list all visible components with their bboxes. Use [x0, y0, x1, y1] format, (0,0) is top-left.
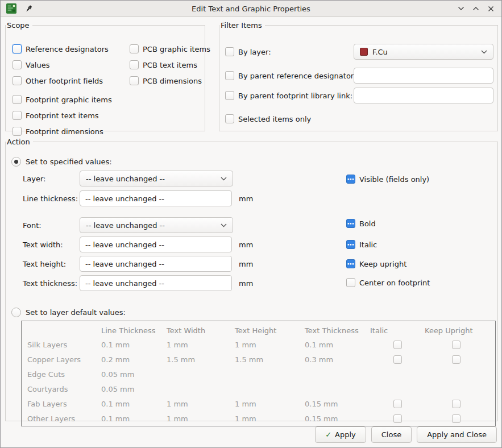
text-height-unit: mm	[239, 258, 253, 269]
action-legend: Action	[6, 138, 33, 146]
table-header-row: Line Thickness Text Width Text Height Te…	[27, 323, 495, 337]
keep-upright-checkbox[interactable]	[452, 355, 460, 364]
checkbox-footprint-graphic-items[interactable]: Footprint graphic items	[13, 94, 112, 105]
checkbox-footprint-text-items[interactable]: Footprint text items	[13, 110, 99, 121]
text-width-value: 1 mm	[167, 341, 235, 349]
line-thickness-value: 0.1 mm	[101, 400, 167, 408]
text-height-value: 1 mm	[235, 414, 305, 423]
table-row-copper-layers: Copper Layers 0.2 mm 1.5 mm 1.5 mm 0.3 m…	[27, 352, 495, 367]
table-row-edge-cuts: Edge Cuts 0.05 mm	[27, 367, 495, 381]
checkbox-by-parent-reference[interactable]: By parent reference designator:	[225, 70, 356, 81]
close-icon[interactable]	[486, 3, 496, 14]
text-width-value: 1 mm	[167, 414, 235, 423]
pin-icon[interactable]	[23, 3, 34, 14]
scope-legend: Scope	[6, 21, 32, 30]
col-header-keep-upright: Keep Upright	[425, 326, 487, 335]
layer-select[interactable]: -- leave unchanged --	[80, 171, 233, 186]
text-height-value: 1 mm	[235, 400, 305, 408]
font-select[interactable]: -- leave unchanged --	[80, 217, 233, 233]
checkbox-selected-items-only[interactable]: Selected items only	[225, 113, 311, 125]
checkbox-footprint-dimensions[interactable]: Footprint dimensions	[13, 126, 103, 137]
checkbox-label: By parent footprint library link:	[238, 92, 352, 100]
layer-select-value: -- leave unchanged --	[86, 175, 216, 183]
keep-upright-checkbox[interactable]	[452, 400, 460, 408]
chevron-up-icon[interactable]	[471, 3, 481, 14]
checkbox-values[interactable]: Values	[13, 59, 49, 70]
row-label: Edge Cuts	[27, 370, 101, 379]
apply-button[interactable]: ✓ Apply	[315, 426, 366, 443]
checkbox-other-footprint-fields[interactable]: Other footprint fields	[13, 75, 103, 86]
checkbox-pcb-text-items[interactable]: PCB text items	[130, 59, 197, 70]
close-button[interactable]: Close	[371, 426, 412, 443]
toggle-italic[interactable]: ⋯ Italic	[346, 239, 377, 250]
dialog-edit-text-graphic-properties: Edit Text and Graphic Properties Scope R…	[0, 0, 502, 448]
checkbox-label: Center on footprint	[359, 279, 430, 287]
text-width-input[interactable]	[80, 237, 232, 252]
checkbox-label: PCB text items	[143, 61, 197, 69]
col-header-italic: Italic	[370, 326, 425, 335]
text-width-value: 1 mm	[167, 400, 235, 408]
layer-defaults-table: Line Thickness Text Width Text Height Te…	[21, 321, 496, 426]
chevron-down-icon	[481, 50, 487, 54]
text-thickness-value: 0.15 mm	[305, 400, 370, 408]
checkbox-reference-designators[interactable]: Reference designators	[13, 43, 109, 55]
italic-checkbox[interactable]	[393, 414, 402, 423]
radio-set-layer-defaults[interactable]: Set to layer default values:	[11, 306, 126, 318]
app-icon	[6, 3, 16, 14]
chevron-down-icon[interactable]	[456, 3, 466, 14]
checkbox-label: By parent reference designator:	[238, 72, 356, 80]
checkbox-icon	[130, 60, 139, 69]
text-width-label: Text width:	[23, 239, 63, 250]
parent-library-input[interactable]	[354, 88, 493, 103]
italic-checkbox[interactable]	[393, 341, 402, 349]
checkbox-by-parent-library[interactable]: By parent footprint library link:	[225, 90, 352, 101]
checkbox-pcb-graphic-items[interactable]: PCB graphic items	[130, 43, 210, 55]
checkbox-center-on-footprint[interactable]: Center on footprint	[346, 277, 430, 288]
italic-checkbox[interactable]	[393, 355, 402, 364]
text-width-unit: mm	[239, 239, 253, 250]
checkbox-pcb-dimensions[interactable]: PCB dimensions	[130, 75, 202, 86]
row-label: Silk Layers	[27, 341, 101, 349]
checkbox-label: Reference designators	[26, 45, 109, 53]
text-height-input[interactable]	[80, 256, 232, 272]
radio-label: Set to layer default values:	[26, 308, 126, 317]
close-button-label: Close	[381, 430, 401, 439]
radio-icon	[11, 308, 21, 317]
filter-items-group: Filter Items By layer: F.Cu By parent re…	[219, 21, 498, 131]
checkbox-label: PCB dimensions	[143, 77, 202, 85]
toggle-visible[interactable]: ⋯ Visible (fields only)	[346, 173, 429, 185]
keep-upright-checkbox[interactable]	[452, 341, 460, 349]
checkbox-label: Footprint text items	[26, 111, 99, 120]
text-thickness-input[interactable]	[80, 275, 232, 291]
layer-combobox[interactable]: F.Cu	[354, 44, 493, 60]
text-thickness-value: 0.3 mm	[305, 355, 370, 364]
text-thickness-label: Text thickness:	[23, 277, 77, 289]
col-header-text-thickness: Text Thickness	[305, 326, 370, 335]
checkbox-icon	[13, 111, 22, 120]
line-thickness-value: 0.1 mm	[101, 414, 167, 423]
toggle-bold[interactable]: ⋯ Bold	[346, 218, 376, 229]
tristate-checkbox-icon: ⋯	[346, 240, 355, 249]
radio-set-specified-values[interactable]: Set to specified values:	[11, 156, 112, 167]
keep-upright-checkbox[interactable]	[452, 414, 460, 423]
italic-checkbox[interactable]	[393, 400, 402, 408]
table-row-fab-layers: Fab Layers 0.1 mm 1 mm 1 mm 0.15 mm	[27, 396, 495, 411]
font-select-value: -- leave unchanged --	[86, 221, 216, 230]
layer-combobox-value: F.Cu	[372, 48, 476, 56]
radio-icon	[11, 157, 21, 167]
apply-and-close-button[interactable]: Apply and Close	[417, 426, 497, 443]
window-title: Edit Text and Graphic Properties	[1, 5, 501, 13]
text-thickness-unit: mm	[239, 277, 253, 289]
apply-check-icon: ✓	[325, 430, 331, 439]
filter-items-legend: Filter Items	[219, 21, 265, 30]
checkbox-label: Values	[26, 61, 49, 69]
checkbox-by-layer[interactable]: By layer:	[225, 46, 271, 57]
checkbox-label: Footprint dimensions	[26, 127, 103, 136]
titlebar[interactable]: Edit Text and Graphic Properties	[1, 1, 501, 17]
tristate-checkbox-icon: ⋯	[346, 259, 355, 268]
toggle-keep-upright[interactable]: ⋯ Keep upright	[346, 258, 406, 269]
checkbox-icon	[225, 71, 234, 80]
col-header-line-thickness: Line Thickness	[101, 326, 167, 335]
parent-reference-input[interactable]	[354, 68, 493, 84]
line-thickness-input[interactable]	[80, 190, 232, 206]
